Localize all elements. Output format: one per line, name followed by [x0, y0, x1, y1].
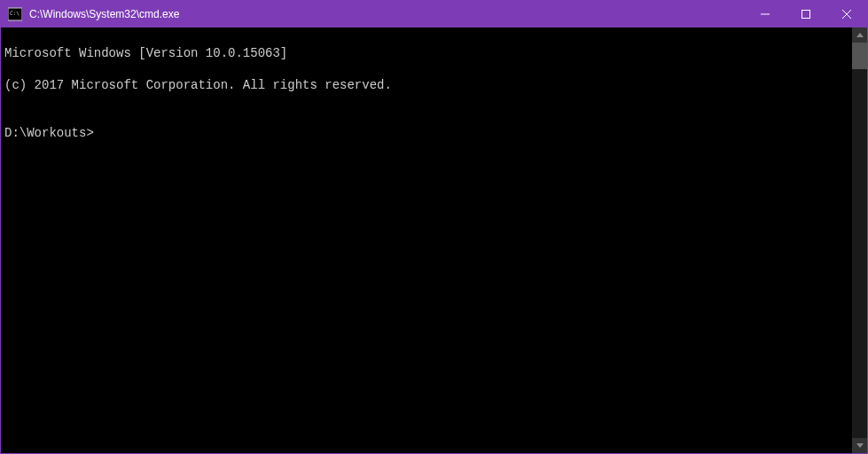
cmd-icon: C:\ — [8, 7, 22, 21]
scroll-up-button[interactable] — [852, 27, 867, 43]
close-icon — [842, 10, 851, 19]
minimize-button[interactable] — [745, 1, 786, 27]
window-titlebar[interactable]: C:\ C:\Windows\System32\cmd.exe — [1, 1, 867, 27]
console-line: (c) 2017 Microsoft Corporation. All righ… — [4, 77, 850, 93]
console-prompt: D:\Workouts> — [4, 125, 850, 141]
svg-text:C:\: C:\ — [10, 10, 20, 16]
close-button[interactable] — [826, 1, 867, 27]
window-content: Microsoft Windows [Version 10.0.15063] (… — [1, 27, 867, 453]
maximize-button[interactable] — [786, 1, 826, 27]
svg-rect-3 — [802, 11, 810, 19]
console-output[interactable]: Microsoft Windows [Version 10.0.15063] (… — [1, 27, 852, 453]
chevron-down-icon — [856, 443, 864, 448]
window-controls — [745, 1, 867, 27]
chevron-up-icon — [856, 33, 864, 37]
vertical-scrollbar[interactable] — [852, 27, 867, 453]
console-line: Microsoft Windows [Version 10.0.15063] — [4, 45, 850, 61]
minimize-icon — [761, 10, 770, 19]
scroll-down-button[interactable] — [852, 438, 867, 453]
maximize-icon — [802, 10, 810, 19]
scroll-thumb[interactable] — [852, 43, 867, 69]
svg-marker-7 — [856, 443, 864, 448]
scroll-track[interactable] — [852, 43, 867, 438]
svg-marker-6 — [856, 33, 864, 37]
window-title: C:\Windows\System32\cmd.exe — [27, 8, 745, 20]
